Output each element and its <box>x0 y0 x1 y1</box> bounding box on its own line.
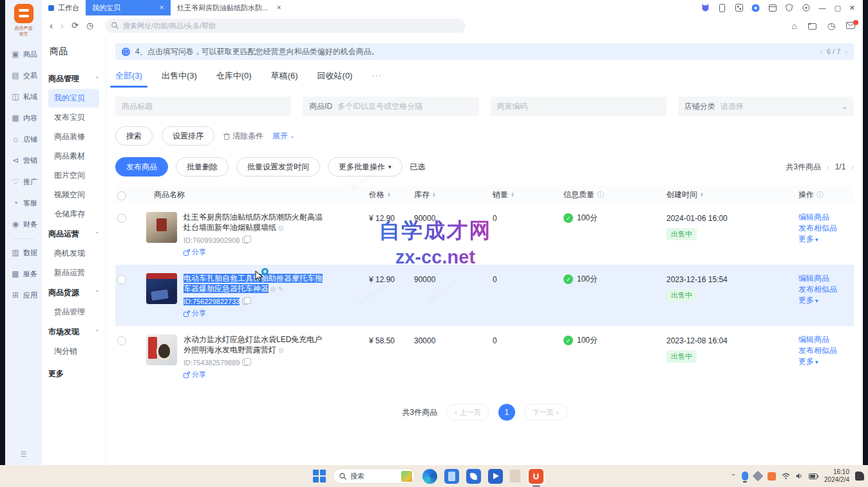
next-page-button[interactable]: 下一页› <box>524 404 567 421</box>
pinned-app-icon[interactable] <box>510 470 520 482</box>
history-icon[interactable]: ◷ <box>86 21 93 30</box>
share-link[interactable]: 分享 <box>184 370 326 379</box>
sidebar-item-warehouse-stock[interactable]: 仓储库存 <box>48 205 99 224</box>
minimize-button[interactable]: — <box>818 4 826 12</box>
sidebar-item-my-products[interactable]: 我的宝贝 <box>48 89 99 108</box>
rail-item-service[interactable]: ◔客服 <box>5 193 42 214</box>
publish-similar-link[interactable]: 发布相似品 <box>798 284 854 295</box>
product-id-input[interactable] <box>337 102 472 111</box>
edge-browser-icon[interactable] <box>422 469 437 484</box>
microphone-icon[interactable] <box>742 472 748 481</box>
omnibox-search[interactable] <box>105 19 466 33</box>
prev-page-icon[interactable]: ‹ <box>827 163 829 171</box>
tab-all[interactable]: 全部(3) <box>115 70 142 88</box>
sort-icon[interactable]: ▲▼ <box>700 192 704 197</box>
product-title[interactable]: 灶王爷厨房防油贴纸防水防潮防火耐高温灶台墙面新年油烟贴膜墙纸◎ <box>184 212 326 233</box>
sidebar-item-opportunity[interactable]: 商机发现 <box>48 244 99 263</box>
weather-widget-icon[interactable] <box>401 471 412 482</box>
sidebar-item-goods-management[interactable]: 货品管理 <box>48 303 99 321</box>
sort-icon[interactable]: ▲▼ <box>387 192 391 197</box>
more-batch-button[interactable]: 更多批量操作▾ <box>328 157 402 177</box>
store-logo[interactable] <box>14 4 33 23</box>
more-actions-link[interactable]: 更多▾ <box>798 295 854 307</box>
tab-in-warehouse[interactable]: 仓库中(0) <box>216 70 252 88</box>
search-button[interactable]: 搜索 <box>115 126 153 146</box>
rail-item-goods[interactable]: ▣商品 <box>5 44 42 65</box>
more-actions-link[interactable]: 更多▾ <box>798 234 854 245</box>
maximize-button[interactable]: ▢ <box>834 4 840 12</box>
media-player-icon[interactable] <box>488 469 503 484</box>
tab-my-products[interactable]: 我的宝贝 ✕ <box>86 0 171 15</box>
notification-center-icon[interactable] <box>855 472 864 481</box>
qianniu-cat-icon[interactable] <box>701 4 710 12</box>
sidebar-item-image-space[interactable]: 图片空间 <box>48 166 99 185</box>
rail-item-content[interactable]: ▦内容 <box>5 108 42 129</box>
shield-icon[interactable] <box>785 4 793 12</box>
plugin-grid-icon[interactable] <box>735 4 743 12</box>
sort-icon[interactable]: ▲▼ <box>432 192 436 197</box>
batch-delete-button[interactable]: 批量删除 <box>176 157 229 177</box>
rail-item-marketing[interactable]: ⊲营销 <box>5 150 42 171</box>
edit-product-link[interactable]: 编辑商品 <box>798 212 854 223</box>
qianniu-app-icon[interactable]: U <box>529 469 543 484</box>
next-page-icon[interactable]: › <box>851 163 854 171</box>
page-1-button[interactable]: 1 <box>498 404 515 421</box>
table-row[interactable]: 水动力盐水灯应急灯盐水袋LED免充电户外照明海水发电野营露营灯◎ ID:7543… <box>115 326 854 387</box>
forward-icon[interactable]: › <box>61 21 64 30</box>
copy-icon[interactable] <box>242 237 249 244</box>
tab-workbench[interactable]: 工作台 <box>42 0 86 15</box>
rail-item-promotion[interactable]: ♡推广 <box>5 171 42 193</box>
sidebar-item-video-space[interactable]: 视频空间 <box>48 186 99 204</box>
phone-mode-icon[interactable] <box>718 4 726 12</box>
info-icon[interactable]: ⓘ <box>816 190 824 200</box>
clock-icon[interactable]: ◷ <box>827 21 835 31</box>
rail-item-services[interactable]: ▩服务 <box>5 263 42 285</box>
select-all-checkbox[interactable] <box>117 191 126 200</box>
sidebar-item-new-product-op[interactable]: 新品运营 <box>48 263 99 282</box>
sidebar-item-tao-distribution[interactable]: 淘分销 <box>48 342 99 361</box>
expand-link[interactable]: 展开 ⌄ <box>272 131 295 142</box>
product-title-input[interactable] <box>122 102 285 111</box>
wifi-icon[interactable] <box>782 473 790 479</box>
batch-ship-time-button[interactable]: 批量设置发货时间 <box>236 157 320 177</box>
shop-category-select[interactable]: 店铺分类 请选择 ⌄ <box>678 97 854 116</box>
notice-banner[interactable]: ⓘ 4、点击填写问卷，可以获取更匹配您经营意向和品类偏好的机会商品。 ‹ 6 /… <box>115 43 854 60</box>
speaker-icon[interactable] <box>796 473 803 479</box>
copy-icon[interactable] <box>242 359 249 366</box>
row-checkbox[interactable] <box>117 214 126 223</box>
section-market-discovery[interactable]: 市场发现 ⌃ <box>48 322 99 341</box>
start-button[interactable] <box>313 470 326 482</box>
prev-page-button[interactable]: ‹上一页 <box>446 404 489 421</box>
refresh-icon[interactable]: ⟳ <box>71 21 79 30</box>
sort-icon[interactable]: ▲▼ <box>511 192 514 197</box>
sidebar-more[interactable]: 更多 <box>48 368 99 379</box>
home-icon[interactable]: ⌂ <box>791 21 797 31</box>
tray-expand-icon[interactable]: ⌃ <box>731 473 736 480</box>
banner-prev-icon[interactable]: ‹ <box>820 48 822 55</box>
messages-icon[interactable] <box>846 22 855 29</box>
close-tab-icon[interactable]: ✕ <box>159 5 164 11</box>
row-checkbox[interactable] <box>117 336 126 345</box>
close-button[interactable]: ✕ <box>849 4 855 12</box>
product-thumbnail[interactable] <box>146 212 177 243</box>
section-product-management[interactable]: 商品管理 ⌃ <box>48 69 99 88</box>
set-sort-button[interactable]: 设置排序 <box>162 126 214 146</box>
phone-link-icon[interactable] <box>444 469 459 484</box>
rail-item-data[interactable]: ▥数据 <box>5 242 42 263</box>
app-store-icon[interactable] <box>466 469 481 484</box>
table-row[interactable]: 灶王爷厨房防油贴纸防水防潮防火耐高温灶台墙面新年油烟贴膜墙纸◎ ID:76099… <box>115 204 854 265</box>
share-link[interactable]: 分享 <box>184 247 326 257</box>
close-tab-icon[interactable]: ✕ <box>276 5 281 11</box>
tab-on-sale[interactable]: 出售中(3) <box>162 70 197 88</box>
rail-item-private-domain[interactable]: ◫私域 <box>5 86 42 108</box>
table-row[interactable]: 电动车扎胎自救工具轮胎助推器摩托车拖车器爆胎应急器托车神器◎✎ ID:75622… <box>115 265 854 326</box>
more-actions-link[interactable]: 更多▾ <box>798 356 854 368</box>
sidebar-item-product-material[interactable]: 商品素材 <box>48 147 99 166</box>
product-thumbnail[interactable] <box>146 273 177 304</box>
publish-product-button[interactable]: 发布商品 <box>115 157 168 177</box>
rail-item-apps[interactable]: ⊞应用 <box>5 285 42 306</box>
copy-icon[interactable] <box>242 298 249 305</box>
rail-item-trade[interactable]: ▤交易 <box>5 65 42 86</box>
product-title[interactable]: 水动力盐水灯应急灯盐水袋LED免充电户外照明海水发电野营露营灯◎ <box>184 334 326 356</box>
edit-title-icon[interactable]: ✎ <box>278 285 283 292</box>
